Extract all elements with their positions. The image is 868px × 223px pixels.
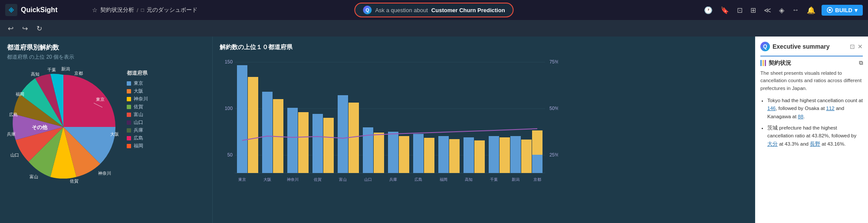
legend-label-4: 富山 [134,111,143,118]
svg-text:大阪: 大阪 [110,132,119,136]
svg-text:広島: 広島 [9,112,18,117]
bullet-1-highlight-1: 146 [767,106,776,111]
svg-rect-39 [363,127,373,173]
q-bar-bold-text: Customer Churn Prediction [431,7,505,13]
svg-text:佐賀: 佐賀 [314,177,322,182]
svg-rect-29 [237,65,247,173]
logo-area: QuickSight [5,4,92,16]
pie-area: 東京 大阪 神奈川 佐賀 富山 山口 兵庫 広島 福岡 高知 千葉 新潟 京都 … [7,66,205,190]
svg-point-1 [10,9,12,11]
svg-rect-33 [287,108,298,173]
exec-header-icons: ⊡ ✕ [850,43,863,50]
pie-legend: 都道府県 東京 大阪 神奈川 佐賀 富山 山口 兵庫 広島 福岡 [127,70,148,149]
legend-label-1: 大阪 [134,88,143,94]
logo-text[interactable]: QuickSight [21,6,57,14]
legend-item-1: 大阪 [127,88,148,94]
svg-text:神奈川: 神奈川 [287,177,299,182]
svg-text:高知: 高知 [465,177,473,182]
svg-rect-45 [438,136,449,173]
refresh-button[interactable]: ↻ [34,23,45,34]
svg-text:100: 100 [225,106,233,111]
notification-icon[interactable]: 🔔 [805,4,817,16]
legend-label-0: 東京 [134,80,143,87]
middle-panel: 解約数の上位１０都道府県 150 100 50 75% 50% 25% [213,37,755,223]
svg-rect-52 [521,140,532,173]
svg-text:兵庫: 兵庫 [389,177,397,182]
svg-rect-49 [489,136,499,173]
q-bar-container: Q Ask a question about Customer Churn Pr… [354,3,513,17]
svg-rect-54 [532,130,542,155]
resize-icon[interactable]: ↔ [790,4,801,16]
svg-text:京都: 京都 [74,71,83,76]
exec-title-text: Executive summary [773,43,830,50]
bar-chart-area[interactable]: 150 100 50 75% 50% 25% [220,56,748,214]
share-icon[interactable]: ≪ [762,4,773,16]
bar-chart-title: 解約数の上位１０都道府県 [220,43,748,51]
breadcrumb-star-icon[interactable]: ☆ [92,7,98,13]
quicksight-logo-icon [5,4,17,16]
section-copy-icon[interactable]: ⧉ [859,60,863,67]
right-toolbar: 🕐 🔖 ⊡ ⊞ ≪ ◈ ↔ 🔔 BUILD ▾ [702,4,863,16]
svg-text:千葉: 千葉 [490,177,498,182]
build-button[interactable]: BUILD ▾ [822,5,863,16]
svg-text:神奈川: 神奈川 [98,171,111,176]
bookmark-icon[interactable]: 🔖 [719,4,731,16]
svg-text:高知: 高知 [31,72,39,77]
pie-chart[interactable]: 東京 大阪 神奈川 佐賀 富山 山口 兵庫 広島 福岡 高知 千葉 新潟 京都 … [7,66,120,190]
svg-text:千葉: 千葉 [47,67,56,72]
breadcrumb-page-icon: □ [141,7,144,13]
svg-rect-31 [262,92,273,173]
bullet-1-text: Tokyo had the highest cancellation count… [767,98,863,119]
svg-rect-35 [312,114,323,173]
close-icon[interactable]: ✕ [858,43,863,50]
right-panel: Q Executive summary ⊡ ✕ 契約状況 ⧉ The sheet… [755,37,868,223]
breadcrumb: ☆ 契約状況分析 / □ 元のダッシュボード [92,6,205,14]
svg-text:75%: 75% [549,59,558,64]
legend-item-5: 山口 [127,119,148,126]
svg-rect-30 [248,77,258,173]
svg-rect-40 [374,133,384,173]
topbar: QuickSight ☆ 契約状況分析 / □ 元のダッシュボード Q Ask … [0,0,868,20]
bullet-2-highlight-2: 長野 [810,141,820,146]
svg-text:新潟: 新潟 [512,177,519,182]
q-bar[interactable]: Q Ask a question about Customer Churn Pr… [354,3,513,17]
history-icon[interactable]: 🕐 [702,4,714,16]
grid-icon[interactable]: ⊡ [735,4,744,16]
legend-label-7: 広島 [134,135,143,141]
legend-label-6: 兵庫 [134,127,143,133]
legend-item-6: 兵庫 [127,127,148,133]
svg-text:兵庫: 兵庫 [7,132,16,136]
toolbar2: ↩ ↪ ↻ [0,20,868,37]
legend-label-8: 福岡 [134,143,143,149]
svg-text:大阪: 大阪 [263,177,271,182]
svg-text:150: 150 [225,59,233,64]
export-icon[interactable]: ◈ [777,4,786,16]
svg-rect-36 [323,118,334,173]
exec-title: Q Executive summary [760,42,830,51]
band-purple [765,60,766,66]
main-content: 都道府県別解約数 都道府県 の上位 20 個を表示 [0,37,868,223]
layout-icon[interactable]: ⊞ [749,4,758,16]
breadcrumb-analysis[interactable]: 契約状況分析 [100,6,134,14]
svg-rect-41 [388,132,398,173]
expand-icon[interactable]: ⊡ [850,43,855,50]
svg-rect-50 [500,137,510,173]
redo-button[interactable]: ↪ [20,23,30,34]
legend-label-5: 山口 [134,119,143,126]
section-color-bars [760,60,766,66]
svg-rect-47 [464,137,474,173]
band-yellow [763,60,764,66]
svg-rect-48 [474,140,485,173]
bullet-item-1: Tokyo had the highest cancellation count… [767,97,863,120]
legend-item-2: 神奈川 [127,96,148,102]
breadcrumb-sep: / [137,7,138,13]
undo-button[interactable]: ↩ [5,23,16,34]
svg-rect-44 [424,138,434,173]
svg-text:福岡: 福岡 [16,92,24,97]
svg-text:東京: 東京 [238,177,246,182]
svg-text:富山: 富山 [30,174,38,179]
breadcrumb-page[interactable]: 元のダッシュボード [147,6,197,14]
svg-text:広島: 広島 [414,177,422,182]
bullet-2-highlight-1: 大分 [767,141,778,146]
svg-rect-51 [510,136,521,173]
